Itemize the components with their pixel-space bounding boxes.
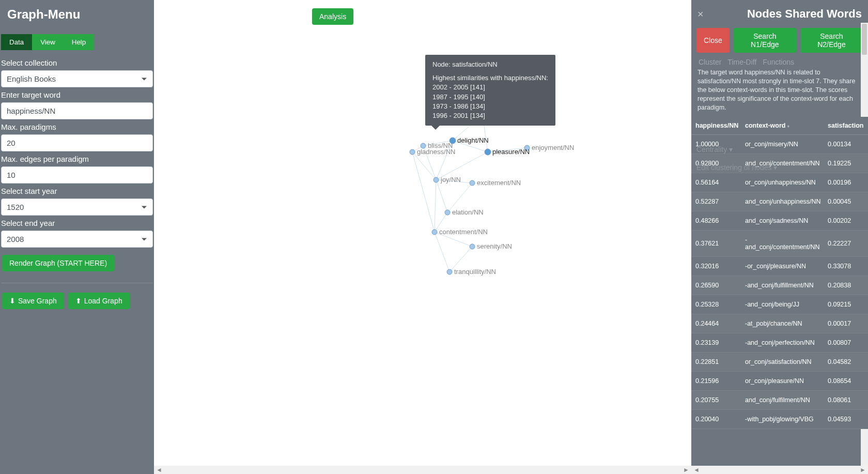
scroll-right-icon[interactable]: ► xyxy=(860,466,866,473)
input-max-paradigms[interactable] xyxy=(1,134,153,151)
select-end-year[interactable]: 2008 xyxy=(1,231,153,248)
graph-node-label: serenity/NN xyxy=(477,242,512,250)
graph-edge xyxy=(412,152,436,180)
tab-view[interactable]: View xyxy=(32,34,64,50)
label-collection: Select collection xyxy=(1,58,153,67)
table-row[interactable]: 0.22851or_conj/satisfaction/NN0.04582 xyxy=(691,353,868,372)
analysis-button[interactable]: Analysis xyxy=(312,8,353,25)
ghost-clustering: Edit clustering of nodes ▾ xyxy=(696,163,777,172)
table-row[interactable]: 0.20040-with_pobj/glowing/VBG0.04593 xyxy=(691,410,868,429)
ghost-tabs: Cluster Time-Diff Functions xyxy=(691,58,868,66)
graph-node[interactable] xyxy=(433,177,439,182)
sidebar-title: Graph-Menu xyxy=(0,0,154,26)
input-target-word[interactable] xyxy=(1,102,153,119)
load-graph-button[interactable]: ⬆Load Graph xyxy=(68,293,130,309)
right-sidebar: × Nodes Shared Words Close Search N1/Edg… xyxy=(691,0,868,474)
search-n2-button[interactable]: Search N2/Edge xyxy=(800,28,863,53)
tooltip-line: 1996 - 2001 [134] xyxy=(432,111,548,120)
right-panel-title: Nodes Shared Words xyxy=(747,7,862,21)
graph-node-label: elation/NN xyxy=(452,208,484,216)
graph-node-label: contentment/NN xyxy=(439,228,488,236)
tab-help[interactable]: Help xyxy=(64,34,94,50)
horizontal-scrollbar[interactable]: ◄► xyxy=(691,466,868,474)
search-n1-button[interactable]: Search N1/Edge xyxy=(734,28,796,53)
table-row[interactable]: 0.48266and_conj/sadness/NN0.00202 xyxy=(691,211,868,231)
close-button[interactable]: Close xyxy=(696,28,730,53)
graph-node[interactable] xyxy=(485,149,491,155)
tooltip-line: 1987 - 1995 [140] xyxy=(432,93,548,102)
sidebar-tabs: Data View Help xyxy=(0,26,154,50)
col-header-satisfaction[interactable]: satisfaction xyxy=(824,117,868,135)
input-max-edges[interactable] xyxy=(1,166,153,184)
label-target: Enter target word xyxy=(1,90,153,99)
sort-icon: ♦ xyxy=(787,124,789,129)
label-max-edges: Max. edges per paradigm xyxy=(1,155,153,163)
tooltip-title: Node: satisfaction/NN xyxy=(432,60,548,69)
graph-node[interactable] xyxy=(432,230,437,235)
table-row[interactable]: 0.52287and_conj/unhappiness/NN0.00045 xyxy=(691,192,868,211)
graph-node[interactable] xyxy=(470,244,475,249)
label-end-year: Select end year xyxy=(1,219,153,227)
graph-node-label: gladness/NN xyxy=(417,148,455,156)
download-icon: ⬇ xyxy=(9,297,16,305)
shared-words-table-wrap[interactable]: Centrality ▾ Edit clustering of nodes ▾ … xyxy=(691,117,868,466)
ghost-centrality: Centrality ▾ xyxy=(696,145,733,154)
graph-node-label: delight/NN xyxy=(457,136,489,144)
horizontal-scrollbar[interactable]: ◄► xyxy=(154,466,691,474)
graph-node-label: pleasure/NN xyxy=(492,148,530,156)
scroll-left-icon[interactable]: ◄ xyxy=(156,466,162,473)
graph-node[interactable] xyxy=(447,269,452,274)
tooltip-line: 2002 - 2005 [141] xyxy=(432,83,548,92)
table-row[interactable]: 0.25328-and_conj/being/JJ0.09215 xyxy=(691,295,868,314)
table-row[interactable]: 0.20755and_conj/fulfilment/NN0.08061 xyxy=(691,391,868,410)
graph-node[interactable] xyxy=(470,180,475,186)
select-start-year[interactable]: 1520 xyxy=(1,198,153,216)
tooltip-line: 1973 - 1986 [134] xyxy=(432,102,548,111)
graph-edge xyxy=(412,152,435,232)
scroll-right-icon[interactable]: ► xyxy=(683,466,689,473)
render-graph-button[interactable]: Render Graph (START HERE) xyxy=(2,255,114,271)
table-row[interactable]: 0.26590-and_conj/fulfillment/NN0.20838 xyxy=(691,276,868,295)
table-row[interactable]: 0.21596or_conj/pleasure/NN0.08654 xyxy=(691,372,868,391)
graph-edge xyxy=(435,232,450,272)
save-graph-button[interactable]: ⬇Save Graph xyxy=(2,293,64,309)
graph-node[interactable] xyxy=(410,149,415,155)
table-row[interactable]: 0.32016-or_conj/pleasure/NN0.33078 xyxy=(691,257,868,276)
upload-icon: ⬆ xyxy=(75,297,82,305)
graph-edge xyxy=(436,180,447,212)
label-start-year: Select start year xyxy=(1,187,153,195)
table-row[interactable]: 0.23139-and_conj/perfection/NN0.00807 xyxy=(691,333,868,353)
tooltip-subtitle: Highest similarities with happiness/NN: xyxy=(432,73,548,83)
close-icon[interactable]: × xyxy=(698,8,704,20)
col-header-context[interactable]: context-word♦ xyxy=(741,117,824,135)
right-description: The target word happiness/NN is related … xyxy=(691,66,868,117)
graph-node-label: excitement/NN xyxy=(477,179,521,187)
graph-node-label: enjoyment/NN xyxy=(532,144,574,151)
graph-node-label: tranquillity/NN xyxy=(454,268,496,276)
table-row[interactable]: 0.37621-and_conj/contentment/NN0.22227 xyxy=(691,231,868,257)
tab-data[interactable]: Data xyxy=(1,34,32,50)
select-collection[interactable]: English Books xyxy=(1,70,153,87)
graph-node[interactable] xyxy=(445,210,450,215)
graph-node-label: joy/NN xyxy=(440,176,461,184)
label-max-paradigms: Max. paradigms xyxy=(1,123,153,131)
scroll-left-icon[interactable]: ◄ xyxy=(693,466,700,473)
left-sidebar: Graph-Menu Data View Help Select collect… xyxy=(0,0,154,474)
node-tooltip: Node: satisfaction/NN Highest similariti… xyxy=(425,55,555,126)
graph-canvas[interactable]: Analysis satisfaction/NNdelight/NNenjoym… xyxy=(154,0,691,474)
col-header-happiness[interactable]: happiness/NN▲▼ xyxy=(691,117,741,135)
table-row[interactable]: 0.24464-at_pobj/chance/NN0.00017 xyxy=(691,314,868,333)
table-row[interactable]: 0.56164or_conj/unhappiness/NN0.00196 xyxy=(691,173,868,192)
graph-edge xyxy=(435,180,436,232)
